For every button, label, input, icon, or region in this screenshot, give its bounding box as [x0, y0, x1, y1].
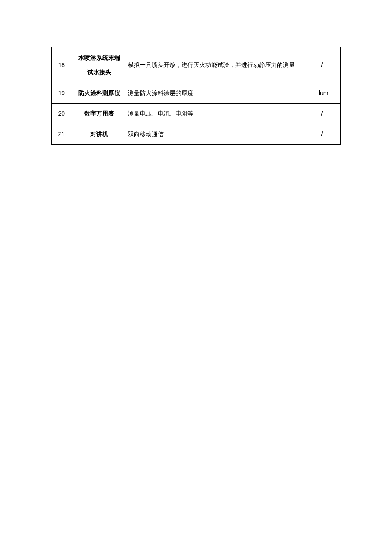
equipment-spec: /	[303, 124, 340, 144]
table-row: 19 防火涂料测厚仪 测量防火涂料涂层的厚度 ±lum	[52, 83, 341, 104]
equipment-desc: 测量电压、电流、电阻等	[127, 103, 303, 124]
equipment-name: 防火涂料测厚仪	[72, 83, 127, 104]
equipment-spec: /	[303, 103, 340, 124]
equipment-table: 18 水喷淋系统末端试水接头 模拟一只喷头开放，进行灭火功能试验，并进行动静压力…	[51, 47, 341, 145]
equipment-name: 水喷淋系统末端试水接头	[72, 47, 127, 83]
row-number: 19	[52, 83, 72, 104]
row-number: 18	[52, 47, 72, 83]
row-number: 20	[52, 103, 72, 124]
equipment-name: 数字万用表	[72, 103, 127, 124]
equipment-spec: /	[303, 47, 340, 83]
row-number: 21	[52, 124, 72, 144]
equipment-name: 对讲机	[72, 124, 127, 144]
equipment-desc: 测量防火涂料涂层的厚度	[127, 83, 303, 104]
table-row: 18 水喷淋系统末端试水接头 模拟一只喷头开放，进行灭火功能试验，并进行动静压力…	[52, 47, 341, 83]
equipment-desc: 模拟一只喷头开放，进行灭火功能试验，并进行动静压力的测量	[127, 47, 303, 83]
equipment-spec: ±lum	[303, 83, 340, 104]
equipment-desc: 双向移动通信	[127, 124, 303, 144]
table-row: 20 数字万用表 测量电压、电流、电阻等 /	[52, 103, 341, 124]
table-row: 21 对讲机 双向移动通信 /	[52, 124, 341, 144]
